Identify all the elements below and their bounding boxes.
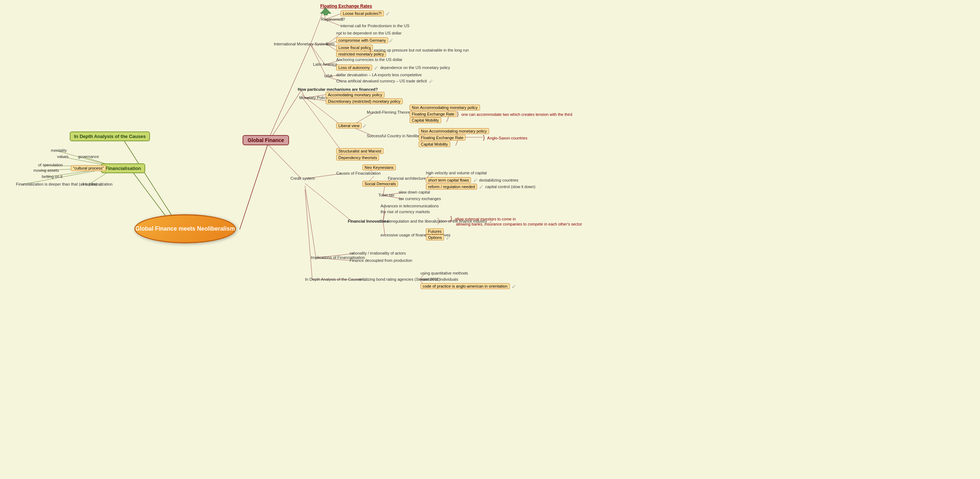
svg-line-5: [269, 145, 301, 179]
vs-liberalization-node: vs. Liberalization: [83, 182, 113, 186]
question-mark-node: ??: [340, 17, 345, 21]
short-term-capital-node: short term capital flows 🖊 destabilizing…: [426, 177, 519, 183]
svg-line-3: [269, 44, 310, 139]
connection-lines: [0, 0, 980, 479]
svg-marker-76: [320, 8, 331, 15]
capital-mobility-1-node: Capital Mobility: [410, 117, 441, 123]
svg-line-8: [310, 44, 325, 65]
non-accommodating-1-node: Non Accommodating monetary policy: [410, 105, 480, 110]
using-quantitative-node: using quantitative methods: [420, 271, 468, 275]
finance-decoupled-node: Finance decoupled from production: [350, 258, 412, 263]
monetary-policy-node: Monetary Policy: [299, 95, 328, 100]
discretionary-node: Discretionary (restricted) monetary poli…: [326, 99, 402, 104]
anglo-saxon-node: } Anglo-Saxon countries: [483, 134, 527, 141]
svg-line-60: [305, 189, 312, 280]
central-node: Global Finance meets Neoliberalism: [134, 214, 236, 243]
dependency-theorists-node: Dependency theorists: [336, 155, 379, 161]
easing-up-node: } easing up pressure but not sustainable…: [370, 47, 469, 53]
global-finance-node: Global Finance: [243, 135, 289, 145]
not-dependent-node: not to be dependent on the US dollar: [336, 31, 402, 35]
in-depth-analysis-node: In Depth Analysis of the Causes: [70, 132, 150, 141]
dollar-devaluation-node: dollar devaluation – LA exports less com…: [336, 73, 422, 77]
governance-node: governance: [78, 154, 99, 159]
futures-node: Futures: [426, 228, 444, 234]
one-accommodate-node: } one can accommodate two which creates …: [457, 111, 572, 117]
number-individuals-node: number of individuals: [420, 277, 458, 282]
in-depth-analysis-causes-bottom-node: In Depth Analysis of the Causes 🖊: [305, 277, 368, 282]
anchoring-currencies-node: Anchoring currencies to the US dollar: [336, 57, 402, 62]
slow-down-capital-node: slow down capital: [399, 190, 430, 194]
causes-financialisation-node: Causes of Finacialisation: [336, 171, 380, 175]
social-democrats-node: Social Democrats: [363, 181, 398, 187]
tax-currency-node: tax currency exchanges: [399, 196, 441, 201]
usa-node: USA: [324, 74, 332, 78]
reganomics-node: Reganomics: [321, 17, 343, 21]
mundell-fleming-node: Mundell-Fleming Theorem: [367, 110, 413, 115]
compromise-germany-node: compromise with Germany 🖊: [336, 37, 393, 43]
values-node: values: [57, 154, 68, 159]
loose-fiscal-policy-node: Loose fiscal policy: [336, 45, 373, 51]
code-practice-node: code of practice is anglo-american in or…: [420, 283, 515, 289]
non-accommodating-2-node: Non Accommodating monetary policy: [418, 128, 489, 134]
tobin-tax-node: Tobin tax: [379, 193, 395, 197]
svg-line-37: [301, 96, 341, 151]
credit-system-node: Credit system: [291, 176, 315, 180]
loss-autonomy-node: Loss of autonomy 🖊 dependence on the US …: [336, 65, 450, 70]
svg-line-9: [310, 44, 326, 76]
high-velocity-node: high velocity and volume of capital: [426, 171, 487, 175]
rise-currency-node: the rise of currency markets: [380, 210, 430, 214]
svg-line-0: [240, 142, 269, 229]
svg-line-2: [122, 137, 178, 225]
loose-fiscal-policies-node: Loose fiscal policies?! 🖊: [340, 11, 390, 16]
financialisation-node: Financialisation: [101, 164, 145, 173]
euro-node: Euro: [326, 42, 334, 46]
arrow-indicator: [320, 8, 335, 15]
mentality-node: mentality: [51, 148, 67, 153]
how-financed-node: How particular mechanisms are financed?: [298, 87, 378, 92]
china-artificial-node: China artificial devalued currency – US …: [336, 79, 433, 83]
cultural-process-node: "cultural process": [71, 165, 106, 171]
options-node: Options 🖊: [426, 235, 450, 240]
floating-exchange-rate-1-node: Floating Exchange Rate: [410, 111, 457, 117]
svg-line-57: [305, 186, 316, 258]
svg-line-4: [269, 90, 301, 142]
svg-line-49: [305, 183, 352, 221]
allowing-banks-node: allowing banks, insurance companies to c…: [456, 222, 582, 226]
moving-assets-node: moving assets: [33, 168, 59, 172]
structuralist-marxist-node: Structuralist and Marxist: [336, 148, 383, 154]
liberal-view-node: Liberal view 🖊: [336, 123, 366, 129]
neo-keynesians-node: Neo Keynesians: [363, 164, 396, 170]
intl-monetary-system-node: International Monetary System: [274, 42, 328, 46]
rationality-node: rationality / irrationality of actors: [350, 251, 406, 255]
advances-telecom-node: Advances in telecommunications: [380, 204, 439, 208]
mindmap-container: Global Finance meets Neoliberalism Globa…: [0, 0, 980, 479]
accommodating-node: Accomodating monetary policy: [326, 92, 385, 98]
betting-on-it-node: betting on it: [42, 174, 62, 179]
allow-external-node: } allow external investors to come in: [450, 215, 516, 222]
reform-regulation-node: reform / regulation needed 🖊 capital con…: [426, 184, 535, 189]
of-speculation-node: of speculation: [38, 163, 63, 167]
floating-exchange-rate-2-node: Floating Exchange Rate: [418, 135, 466, 140]
internal-call-node: internal call for Protectionism in the U…: [340, 24, 410, 28]
capital-mobility-2-node: Capital Mobility: [418, 141, 450, 147]
latin-america-node: Latin America: [313, 62, 337, 67]
